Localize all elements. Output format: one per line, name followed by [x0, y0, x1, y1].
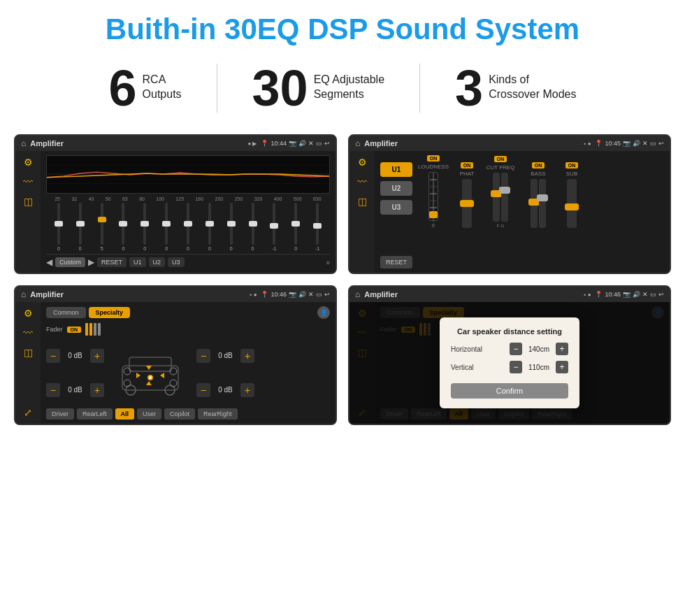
- reset-btn[interactable]: RESET: [97, 257, 127, 267]
- u3-preset-btn[interactable]: U3: [380, 200, 412, 215]
- db-plus-1[interactable]: +: [90, 349, 104, 363]
- custom-btn[interactable]: Custom: [55, 257, 85, 267]
- eq-slider-1: 0: [49, 203, 68, 251]
- speaker-arrows-icon[interactable]: ⤢: [24, 407, 32, 418]
- speaker-icon-sidebar[interactable]: ◫: [24, 347, 33, 358]
- db-value-2: 0 dB: [63, 386, 87, 394]
- dialog-home-icon[interactable]: ⌂: [355, 289, 360, 299]
- more-icon[interactable]: »: [326, 259, 330, 266]
- u1-btn[interactable]: U1: [129, 257, 146, 267]
- crossover-status-icons: 📍 10:45 📷🔊✕▭↩: [595, 140, 664, 147]
- vertical-value: 110cm: [525, 364, 553, 371]
- next-btn[interactable]: ▶: [88, 257, 94, 267]
- fader-row: Fader ON: [46, 322, 330, 337]
- horizontal-row: Horizontal − 140cm +: [451, 343, 568, 355]
- prev-btn[interactable]: ◀: [46, 257, 52, 267]
- fader-bar-4: [98, 323, 101, 336]
- common-tab[interactable]: Common: [46, 307, 86, 318]
- db-plus-2[interactable]: +: [90, 383, 104, 397]
- crossover-screen: ⌂ Amplifier ▪ ● 📍 10:45 📷🔊✕▭↩ ⚙ 〰 ◫ U1 U…: [348, 134, 671, 274]
- driver-btn[interactable]: Driver: [46, 408, 74, 420]
- db-plus-4[interactable]: +: [240, 383, 254, 397]
- stat-number-eq: 30: [252, 63, 308, 113]
- eq-slider-13: -1: [308, 203, 327, 251]
- confirm-button[interactable]: Confirm: [451, 383, 568, 399]
- dialog-status-icons: 📍 10:46 📷🔊✕▭↩: [595, 291, 664, 298]
- vertical-value-group: − 110cm +: [510, 361, 568, 373]
- svg-point-24: [124, 380, 131, 387]
- crossover-speaker-icon[interactable]: ◫: [358, 196, 367, 207]
- eq-slider-9: 0: [222, 203, 241, 251]
- crossover-wave-icon[interactable]: 〰: [357, 176, 367, 187]
- copilot-btn[interactable]: Copilot: [164, 408, 195, 420]
- stat-eq: 30 EQ Adjustable Segments: [224, 63, 413, 113]
- sidebar-wave-icon[interactable]: 〰: [23, 176, 33, 187]
- eq-slider-4: 0: [114, 203, 134, 251]
- crossover-status-bar: ⌂ Amplifier ▪ ● 📍 10:45 📷🔊✕▭↩: [349, 136, 670, 151]
- speaker-app-name: Amplifier: [30, 290, 245, 299]
- horizontal-minus-btn[interactable]: −: [510, 343, 522, 355]
- fader-label: Fader: [46, 326, 63, 333]
- u3-btn[interactable]: U3: [168, 257, 185, 267]
- vertical-minus-btn[interactable]: −: [510, 361, 522, 373]
- stats-row: 6 RCA Outputs 30 EQ Adjustable Segments …: [0, 56, 685, 127]
- profile-icon[interactable]: 👤: [317, 306, 330, 319]
- sub-group: ON SUB: [559, 162, 584, 228]
- speaker-home-icon[interactable]: ⌂: [21, 289, 26, 299]
- crossover-main-area: U1 U2 U3 RESET ON LOUDNESS: [375, 151, 670, 273]
- crossover-left-sidebar: ⚙ 〰 ◫: [349, 151, 375, 273]
- speaker-eq-icon[interactable]: ⚙: [24, 308, 33, 319]
- horizontal-label: Horizontal: [451, 345, 489, 353]
- speaker-wave-icon[interactable]: 〰: [23, 327, 33, 338]
- sidebar-speaker-icon[interactable]: ◫: [24, 196, 33, 207]
- eq-status-bar: ⌂ Amplifier ● ▶ 📍 10:44 📷🔊✕▭↩: [15, 136, 336, 151]
- eq-slider-11: -1: [264, 203, 284, 251]
- crossover-home-icon[interactable]: ⌂: [355, 138, 360, 148]
- sidebar-eq-icon[interactable]: ⚙: [24, 157, 33, 168]
- horizontal-plus-btn[interactable]: +: [556, 343, 568, 355]
- user-btn[interactable]: User: [137, 408, 161, 420]
- phat-group: ON PHAT: [454, 162, 480, 228]
- dialog-title: Car speaker distance setting: [451, 327, 568, 336]
- crossover-dots: ▪ ●: [584, 141, 591, 147]
- u2-preset-btn[interactable]: U2: [380, 181, 412, 196]
- vertical-plus-btn[interactable]: +: [556, 361, 568, 373]
- rearright-btn[interactable]: RearRight: [198, 408, 238, 420]
- speaker-status-icons: 📍 10:46 📷🔊✕▭↩: [261, 291, 330, 298]
- stat-number-crossover: 3: [455, 63, 483, 113]
- eq-slider-3: 5: [92, 203, 112, 251]
- specialty-tab[interactable]: Specialty: [89, 307, 131, 318]
- db-value-4: 0 dB: [213, 386, 238, 394]
- rearleft-btn[interactable]: RearLeft: [77, 408, 113, 420]
- crossover-eq-icon[interactable]: ⚙: [358, 157, 367, 168]
- horizontal-value: 140cm: [525, 345, 553, 353]
- eq-slider-8: 0: [200, 203, 219, 251]
- u2-btn[interactable]: U2: [149, 257, 166, 267]
- screenshots-grid: ⌂ Amplifier ● ▶ 📍 10:44 📷🔊✕▭↩ ⚙ 〰 ◫: [0, 127, 685, 439]
- bass-group: ON BASS: [521, 162, 555, 228]
- db-row-4: − 0 dB +: [196, 383, 254, 397]
- eq-slider-7: 0: [178, 203, 198, 251]
- dialog-app-name: Amplifier: [364, 290, 579, 299]
- u1-preset-btn[interactable]: U1: [380, 162, 412, 177]
- all-btn[interactable]: All: [115, 408, 135, 420]
- crossover-channels: ON LOUDNESS: [417, 155, 664, 268]
- dialog-screen: ⌂ Amplifier ▪ ● 📍 10:46 📷🔊✕▭↩ ⚙ 〰 ◫ ⤢ Co…: [348, 285, 671, 425]
- loudness-group: ON LOUDNESS: [417, 155, 450, 228]
- dialog-overlay: Car speaker distance setting Horizontal …: [349, 302, 670, 424]
- svg-marker-21: [146, 381, 152, 385]
- eq-left-sidebar: ⚙ 〰 ◫: [15, 151, 41, 273]
- right-controls: − 0 dB + − 0 dB +: [196, 340, 254, 406]
- home-icon[interactable]: ⌂: [21, 138, 26, 148]
- speaker-footer: Driver RearLeft All User Copilot RearRig…: [46, 408, 330, 420]
- db-minus-3[interactable]: −: [196, 349, 210, 363]
- svg-rect-11: [429, 211, 438, 218]
- db-value-1: 0 dB: [63, 352, 87, 359]
- db-plus-3[interactable]: +: [240, 349, 254, 363]
- crossover-reset-btn[interactable]: RESET: [380, 256, 412, 268]
- db-minus-2[interactable]: −: [46, 383, 60, 397]
- db-minus-1[interactable]: −: [46, 349, 60, 363]
- eq-slider-10: 0: [243, 203, 263, 251]
- speaker-screen-content: ⚙ 〰 ◫ ⤢ Common Specialty 👤 Fader ON: [15, 302, 336, 424]
- db-minus-4[interactable]: −: [196, 383, 210, 397]
